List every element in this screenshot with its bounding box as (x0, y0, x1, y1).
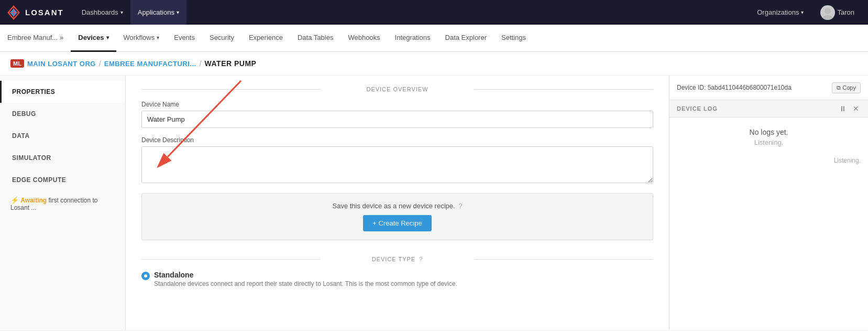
sub-navbar: Embree Manuf... » Devices ▾ Workflows ▾ … (0, 25, 868, 52)
subnav-embree[interactable]: Embree Manuf... » (0, 25, 71, 52)
subnav-webhooks[interactable]: Webhooks (340, 25, 387, 52)
device-type-header: DEVICE TYPE ? (141, 256, 653, 262)
subnav-data-tables[interactable]: Data Tables (290, 25, 340, 52)
close-log-button[interactable]: ✕ (851, 104, 861, 113)
recipe-box: Save this device as a new device recipe.… (141, 193, 653, 240)
copy-button[interactable]: ⧉ Copy (832, 82, 861, 93)
standalone-text: Standalone Standalone devices connect an… (154, 271, 457, 287)
breadcrumb-app[interactable]: EMBREE MANUFACTURI... (104, 60, 196, 68)
device-description-input[interactable] (141, 146, 653, 183)
standalone-option[interactable]: Standalone Standalone devices connect an… (141, 271, 653, 287)
sidebar-item-simulator[interactable]: SIMULATOR (0, 147, 125, 169)
applications-chevron-icon: ▾ (177, 9, 179, 15)
device-name-input[interactable] (141, 111, 653, 128)
device-id-label: Device ID: 5abd4110446b6800071e10da (677, 84, 828, 91)
listening-text-2: Listening. (669, 157, 868, 164)
subnav-workflows[interactable]: Workflows ▾ (116, 25, 167, 52)
device-name-label: Device Name (141, 101, 653, 108)
device-description-group: Device Description (141, 136, 653, 185)
avatar (820, 5, 835, 20)
device-type-help-icon: ? (419, 256, 423, 262)
subnav-settings[interactable]: Settings (494, 25, 533, 52)
logo-text: LOSANT (25, 8, 64, 17)
avatar-icon (820, 5, 835, 20)
sidebar-item-debug[interactable]: DEBUG (0, 103, 125, 125)
device-log-content: No logs yet. Listening. (669, 118, 868, 157)
breadcrumb-device: WATER PUMP (205, 59, 257, 68)
breadcrumb-sep-2: / (200, 59, 202, 68)
devices-chevron-icon: ▾ (106, 35, 109, 40)
workflows-chevron-icon: ▾ (157, 35, 159, 40)
standalone-radio[interactable] (141, 272, 150, 280)
subnav-devices[interactable]: Devices ▾ (71, 25, 116, 52)
subnav-events[interactable]: Events (167, 25, 202, 52)
device-id-bar: Device ID: 5abd4110446b6800071e10da ⧉ Co… (669, 76, 868, 100)
copy-icon: ⧉ (837, 84, 841, 91)
subnav-experience[interactable]: Experience (241, 25, 290, 52)
user-menu[interactable]: Taron (813, 0, 862, 25)
sidebar-status: ⚡ Awaiting first connection to Losant ..… (0, 191, 125, 217)
recipe-text: Save this device as a new device recipe.… (150, 202, 644, 210)
status-awaiting-text: Awaiting (20, 197, 47, 204)
log-controls: ⏸ ✕ (838, 104, 861, 113)
sidebar-item-properties[interactable]: PROPERTIES (0, 81, 125, 103)
organizations-chevron-icon: ▾ (801, 9, 804, 15)
sidebar-item-edge-compute[interactable]: EDGE COMPUTE (0, 169, 125, 191)
breadcrumb-org[interactable]: MAIN LOSANT ORG (27, 60, 96, 68)
create-recipe-button[interactable]: + Create Recipe (363, 215, 431, 231)
subnav-data-explorer[interactable]: Data Explorer (438, 25, 494, 52)
device-type-section: DEVICE TYPE ? Standalone Standalone devi… (141, 256, 653, 287)
svg-point-5 (822, 15, 833, 20)
breadcrumb: ML MAIN LOSANT ORG / EMBREE MANUFACTURI.… (0, 52, 868, 76)
organizations-nav[interactable]: Organizations ▾ (750, 0, 811, 25)
main-layout: PROPERTIES DEBUG DATA SIMULATOR EDGE COM… (0, 76, 868, 330)
subnav-security[interactable]: Security (202, 25, 241, 52)
left-sidebar: PROPERTIES DEBUG DATA SIMULATOR EDGE COM… (0, 76, 126, 330)
sidebar-item-data[interactable]: DATA (0, 125, 125, 147)
embree-chevron-icon: » (60, 34, 63, 41)
applications-nav[interactable]: Applications ▾ (130, 0, 186, 25)
logo-area: LOSANT (6, 5, 64, 20)
dashboards-chevron-icon: ▾ (120, 9, 123, 15)
org-badge: ML (10, 59, 24, 68)
device-name-group: Device Name (141, 101, 653, 128)
pause-button[interactable]: ⏸ (838, 104, 848, 113)
device-overview-header: DEVICE OVERVIEW (141, 86, 653, 92)
top-navbar: LOSANT Dashboards ▾ Applications ▾ Organ… (0, 0, 868, 25)
center-content: DEVICE OVERVIEW Device Name Device Descr… (126, 76, 669, 330)
right-panel: Device ID: 5abd4110446b6800071e10da ⧉ Co… (669, 76, 868, 330)
device-description-label: Device Description (141, 136, 653, 144)
help-icon: ? (458, 202, 462, 210)
radio-inner (144, 274, 147, 277)
device-log-header: DEVICE LOG ⏸ ✕ (669, 100, 868, 118)
device-log-title: DEVICE LOG (677, 105, 838, 112)
subnav-integrations[interactable]: Integrations (388, 25, 438, 52)
dashboards-nav[interactable]: Dashboards ▾ (74, 0, 130, 25)
no-logs-text: No logs yet. (680, 128, 858, 136)
listening-text-1: Listening. (680, 138, 858, 146)
breadcrumb-sep-1: / (99, 59, 101, 68)
svg-point-4 (825, 8, 831, 14)
nav-right-area: Organizations ▾ Taron (750, 0, 862, 25)
losant-logo-icon (6, 5, 21, 20)
